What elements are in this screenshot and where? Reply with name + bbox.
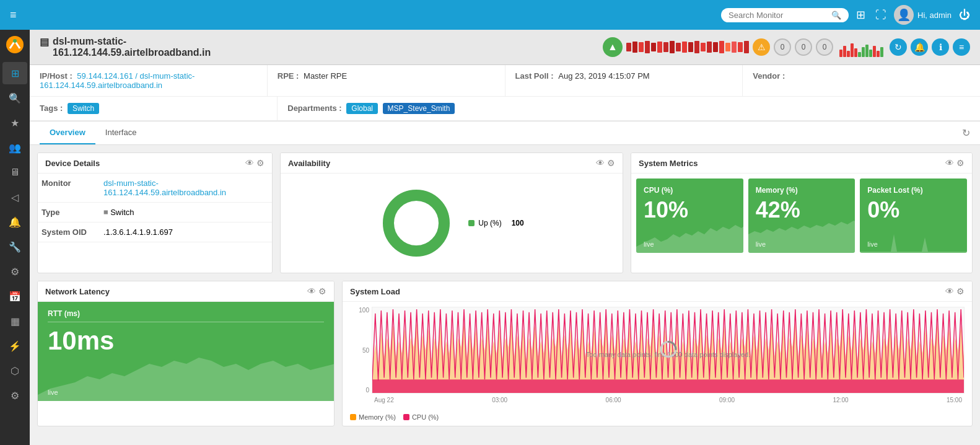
cpu-label: CPU (%) [644,186,736,195]
tab-overview[interactable]: Overview [40,121,95,144]
tag-switch[interactable]: Switch [68,103,99,114]
load-chart-area: 100 50 0 [343,302,972,411]
sidebar-item-tools[interactable]: 🔧 [2,236,27,258]
device-details-eye-icon[interactable]: 👁 [245,158,254,168]
sidebar-item-search[interactable]: 🔍 [2,87,27,109]
refresh-button[interactable]: ↻ [890,38,907,56]
sidebar: ⊞ 🔍 ★ 👥 🖥 ◁ 🔔 🔧 ⚙ 📅 ▦ ⚡ ⬡ ⚙ [0,30,30,445]
cpu-value: 10% [644,197,736,223]
alert-icon: ⚠ [753,38,770,56]
info-row-1: IP/Host : 59.144.124.161 / dsl-mum-stati… [30,65,980,97]
system-load-card: System Load 👁 ⚙ 100 50 0 [342,281,973,426]
svg-point-0 [6,36,24,53]
latency-actions: 👁 ⚙ [307,286,326,296]
y-label-0: 0 [365,387,369,394]
device-title: ▤ dsl-mum-static- 161.124.144.59.airtelb… [40,36,211,58]
sidebar-item-collapse[interactable]: ◁ [2,186,27,208]
packetlost-value: 0% [867,197,960,223]
svg-rect-5 [372,379,964,393]
monitor-link[interactable]: dsl-mum-static-161.124.144.59.airtelbroa… [103,178,226,197]
hamburger-button[interactable]: ≡ [7,6,19,24]
sidebar-item-plugins[interactable]: ⬡ [2,359,27,382]
dept-cell: Departments : Global MSP_Steve_Smith [278,97,980,120]
x-label-aug22: Aug 22 [374,397,394,403]
system-metrics-gear-icon[interactable]: ⚙ [956,158,965,168]
legend-dot-up [468,220,475,226]
sidebar-item-grid[interactable]: ▦ [2,310,27,332]
availability-gear-icon[interactable]: ⚙ [607,158,615,168]
system-metrics-card: System Metrics 👁 ⚙ CPU (%) 10% live [631,152,973,273]
y-label-50: 50 [362,347,369,354]
legend-label-up: Up (%) [478,219,501,227]
cpu-metric-card: CPU (%) 10% live [636,178,743,253]
sidebar-item-alerts[interactable]: 🔔 [2,211,27,233]
sidebar-item-settings[interactable]: ⚙ [2,260,27,283]
memory-label: Memory (%) [756,186,848,195]
sidebar-item-lightning[interactable]: ⚡ [2,335,27,357]
packetlost-live: live [867,240,878,248]
menu-button[interactable]: ≡ [953,38,970,56]
search-icon: 🔍 [831,11,841,20]
oid-label: System OID [38,222,100,242]
dept-msp[interactable]: MSP_Steve_Smith [383,103,455,114]
system-load-eye-icon[interactable]: 👁 [945,286,954,296]
grid-icon-button[interactable]: ⊞ [854,6,868,24]
availability-actions: 👁 ⚙ [596,158,615,168]
type-text: Switch [110,208,134,217]
dept-label: Departments : [287,104,341,113]
lastpoll-value: Aug 23, 2019 4:15:07 PM [558,71,649,81]
lastpoll-label: Last Poll : [515,71,554,81]
load-chart-inner: Too many data points, first 1000 data po… [372,307,965,394]
top-navigation: ≡ 🔍 ⊞ ⛶ 👤 Hi, admin ⏻ [0,0,980,30]
sidebar-item-monitor[interactable]: 🖥 [2,161,27,183]
rpe-value: Master RPE [304,71,347,81]
latency-eye-icon[interactable]: 👁 [307,286,316,296]
oid-value: .1.3.6.1.4.1.9.1.697 [100,222,272,242]
latency-rtt-label: RTT (ms) [48,309,324,322]
device-header: ▤ dsl-mum-static- 161.124.144.59.airtelb… [30,30,980,65]
monitor-label: Monitor [38,174,100,203]
availability-body: Up (%) 100 [281,174,623,273]
user-area: 👤 Hi, admin [894,5,952,25]
apps-icon-button[interactable]: ⛶ [873,6,889,24]
vendor-cell: Vendor : [743,65,980,96]
mini-chart [839,37,883,57]
availability-eye-icon[interactable]: 👁 [596,158,605,168]
load-chart-container: 100 50 0 [350,307,965,406]
latency-title: Network Latency [45,287,307,296]
down-count-badge: 0 [816,38,833,56]
power-icon-button[interactable]: ⏻ [956,6,973,24]
legend-dot-cpu [403,414,409,420]
table-row: System OID .1.3.6.1.4.1.9.1.697 [38,222,272,242]
tab-interface[interactable]: Interface [95,121,147,144]
lastpoll-cell: Last Poll : Aug 23, 2019 4:15:07 PM [505,65,743,96]
bell-button[interactable]: 🔔 [911,38,928,56]
system-load-gear-icon[interactable]: ⚙ [956,286,965,296]
dept-global[interactable]: Global [346,103,378,114]
search-input[interactable] [728,11,828,20]
legend-cpu: CPU (%) [403,413,439,421]
device-details-gear-icon[interactable]: ⚙ [256,158,265,168]
legend-dot-memory [350,414,356,420]
system-metrics-header: System Metrics 👁 ⚙ [631,153,972,174]
sidebar-item-settings2[interactable]: ⚙ [2,384,27,407]
tabs-bar: Overview Interface ↻ [30,121,980,145]
status-up-button[interactable]: ▲ [603,37,623,57]
availability-title: Availability [288,159,596,168]
type-value: ≡ Switch [100,203,272,222]
device-details-body: Monitor dsl-mum-static-161.124.144.59.ai… [38,174,272,242]
latency-gear-icon[interactable]: ⚙ [318,286,326,296]
sidebar-item-dashboard[interactable]: ⊞ [2,62,27,84]
sidebar-item-calendar[interactable]: 📅 [2,285,27,307]
info-button[interactable]: ℹ [932,38,949,56]
x-label-0300: 03:00 [492,397,507,403]
type-icon: ≡ [103,208,110,217]
system-metrics-eye-icon[interactable]: 👁 [945,158,954,168]
sidebar-item-favorites[interactable]: ★ [2,112,27,134]
y-label-100: 100 [359,307,369,314]
system-load-actions: 👁 ⚙ [945,286,965,296]
sidebar-item-users[interactable]: 👥 [2,136,27,159]
system-metrics-actions: 👁 ⚙ [945,158,965,168]
memory-live: live [756,240,766,248]
tabs-refresh-icon[interactable]: ↻ [962,127,970,139]
